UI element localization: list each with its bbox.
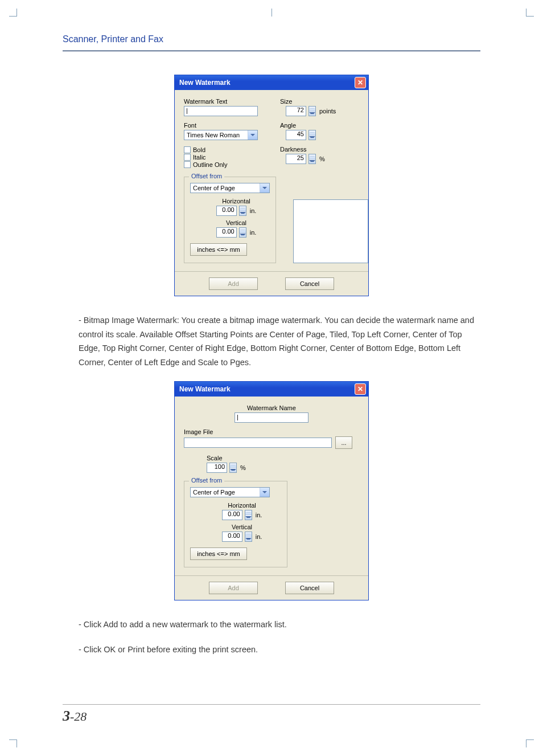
size-unit: points [319, 108, 336, 115]
offset-groupbox: Offset from Center of Page Horizontal 0.… [184, 481, 287, 567]
italic-label: Italic [193, 154, 206, 161]
dialog-titlebar: New Watermark ✕ [175, 75, 368, 90]
scale-spinner[interactable] [229, 463, 237, 473]
browse-button[interactable]: ... [335, 436, 352, 449]
paragraph-add: - Click Add to add a new watermark to th… [63, 618, 480, 632]
dialog-title: New Watermark [179, 385, 231, 393]
image-file-input[interactable] [184, 438, 332, 448]
scale-input[interactable]: 100 [207, 463, 227, 473]
dialog-title: New Watermark [179, 79, 231, 87]
font-label: Font [184, 122, 263, 129]
horizontal-input[interactable]: 0.00 [216, 206, 237, 216]
cancel-button[interactable]: Cancel [285, 277, 334, 290]
inches-mm-button[interactable]: inches <=> mm [190, 547, 247, 560]
dialog-titlebar: New Watermark ✕ [175, 382, 368, 397]
angle-input[interactable]: 45 [286, 130, 306, 140]
size-input[interactable]: 72 [286, 106, 306, 116]
new-watermark-dialog-text: New Watermark ✕ Watermark Text | Size 72 [174, 75, 369, 296]
page-header: Scanner, Printer and Fax [63, 34, 480, 50]
watermark-text-input[interactable]: | [184, 106, 258, 116]
offset-legend: Offset from [189, 477, 224, 484]
angle-label: Angle [280, 122, 359, 129]
vertical-input[interactable]: 0.00 [222, 532, 242, 542]
horizontal-label: Horizontal [203, 502, 281, 509]
new-watermark-dialog-bitmap: New Watermark ✕ Watermark Name | Image F… [174, 381, 369, 600]
horizontal-spinner[interactable] [245, 510, 252, 520]
cancel-button[interactable]: Cancel [285, 582, 334, 594]
watermark-name-input[interactable]: | [235, 412, 308, 423]
size-spinner[interactable] [308, 106, 316, 116]
horizontal-label: Horizontal [203, 198, 270, 205]
offset-legend: Offset from [189, 173, 224, 179]
header-rule [63, 50, 480, 52]
offset-select[interactable]: Center of Page [190, 183, 270, 193]
chevron-down-icon[interactable] [260, 488, 269, 497]
vertical-spinner[interactable] [245, 532, 252, 542]
add-button[interactable]: Add [209, 582, 258, 594]
vertical-label: Vertical [203, 219, 270, 226]
close-icon[interactable]: ✕ [355, 77, 366, 88]
watermark-text-label: Watermark Text [184, 98, 263, 105]
offset-value: Center of Page [191, 185, 260, 191]
offset-value: Center of Page [191, 489, 260, 496]
close-icon[interactable]: ✕ [355, 383, 366, 395]
vertical-label: Vertical [203, 524, 281, 530]
outline-label: Outline Only [193, 161, 228, 168]
chevron-down-icon[interactable] [248, 130, 257, 140]
horizontal-unit: in. [250, 207, 257, 214]
size-label: Size [280, 98, 359, 105]
preview-box [293, 199, 368, 263]
offset-groupbox: Offset from Center of Page Horizontal 0.… [184, 177, 276, 263]
vertical-unit: in. [256, 533, 262, 540]
horizontal-spinner[interactable] [239, 206, 246, 216]
font-value: Times New Roman [184, 132, 248, 138]
watermark-name-label: Watermark Name [184, 404, 359, 411]
bold-label: Bold [193, 146, 205, 153]
paragraph-ok: - Click OK or Print before exiting the p… [63, 643, 480, 657]
bold-checkbox[interactable] [184, 146, 191, 153]
page-number: 3-28 [63, 708, 87, 725]
paragraph-bitmap: - Bitmap Image Watermark: You create a b… [63, 313, 480, 370]
image-file-label: Image File [184, 428, 359, 435]
horizontal-unit: in. [256, 512, 262, 518]
inches-mm-button[interactable]: inches <=> mm [190, 243, 247, 256]
font-select[interactable]: Times New Roman [184, 130, 258, 140]
darkness-spinner[interactable] [308, 154, 316, 164]
horizontal-input[interactable]: 0.00 [222, 510, 242, 520]
scale-label: Scale [207, 455, 359, 461]
offset-select[interactable]: Center of Page [190, 487, 270, 497]
darkness-label: Darkness [280, 146, 359, 153]
darkness-input[interactable]: 25 [286, 154, 306, 164]
scale-unit: % [240, 464, 246, 471]
darkness-unit: % [319, 156, 325, 162]
footer-rule [63, 704, 480, 705]
vertical-input[interactable]: 0.00 [216, 227, 237, 238]
outline-checkbox[interactable] [184, 161, 191, 168]
italic-checkbox[interactable] [184, 154, 191, 161]
vertical-unit: in. [250, 229, 257, 236]
chevron-down-icon[interactable] [260, 183, 269, 193]
vertical-spinner[interactable] [239, 227, 246, 238]
add-button[interactable]: Add [209, 277, 258, 290]
angle-spinner[interactable] [308, 130, 316, 140]
